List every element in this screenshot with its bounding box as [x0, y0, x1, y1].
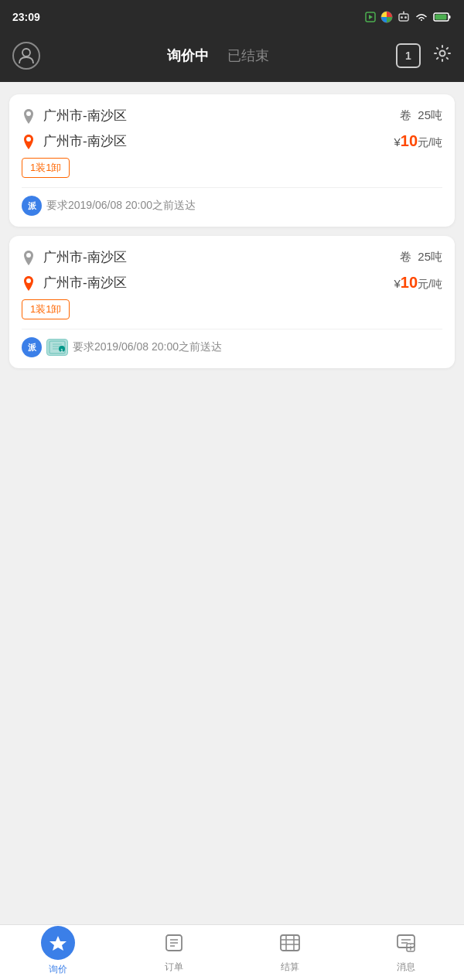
svg-point-15	[26, 253, 31, 258]
dispatch-badge-2: 派	[22, 337, 42, 357]
card2-to-location: 广州市-南沙区	[22, 274, 127, 292]
svg-rect-28	[281, 935, 299, 951]
to-pin-icon	[22, 133, 36, 150]
billing-nav-icon	[272, 928, 308, 958]
robot-icon	[397, 11, 410, 23]
order-nav-label: 订单	[165, 961, 183, 974]
svg-point-7	[403, 12, 404, 13]
nav-item-order[interactable]: 订单	[151, 928, 197, 974]
notification-badge-icon[interactable]: 1	[396, 43, 421, 68]
card1-dispatch-text: 要求2019/06/08 20:00之前送达	[46, 199, 196, 213]
nav-item-inquiry[interactable]: 询价	[35, 926, 81, 976]
svg-point-5	[404, 16, 407, 19]
status-bar-left: 23:09	[12, 11, 40, 23]
inquiry-nav-icon	[41, 926, 75, 960]
header: 询价中 已结束 1	[0, 34, 464, 82]
svg-point-12	[440, 51, 445, 56]
header-tabs: 询价中 已结束	[46, 46, 390, 65]
svg-point-16	[26, 278, 31, 283]
card2-tag: 1装1卸	[22, 299, 70, 319]
card1-from-text: 广州市-南沙区	[43, 107, 127, 125]
billing-nav-label: 结算	[281, 961, 299, 974]
bottom-nav: 询价 订单 结算	[0, 924, 464, 980]
card2-to-row: 广州市-南沙区 ¥10元/吨	[22, 274, 442, 292]
tab-inquiring[interactable]: 询价中	[167, 46, 209, 65]
card2-divider	[22, 329, 442, 330]
svg-point-13	[26, 111, 31, 116]
card1-from-location: 广州市-南沙区	[22, 107, 127, 125]
status-time: 23:09	[12, 11, 40, 23]
card1-to-location: 广州市-南沙区	[22, 132, 127, 150]
card1-divider	[22, 187, 442, 188]
card2-tag-row: 1装1卸	[22, 299, 442, 319]
card2-dispatch-row: 派 1 要求2019/06/08 20:00之前送达	[22, 337, 442, 357]
notification-card-icon: 1	[46, 339, 68, 356]
card2-from-text: 广州市-南沙区	[43, 248, 127, 266]
card2-dispatch-text: 要求2019/06/08 20:00之前送达	[73, 340, 222, 354]
battery-icon	[433, 12, 452, 22]
card1-to-text: 广州市-南沙区	[43, 132, 127, 150]
header-actions: 1	[396, 43, 452, 68]
svg-rect-10	[435, 15, 447, 20]
svg-point-4	[401, 16, 403, 19]
card2-price-info: ¥10元/吨	[394, 274, 442, 292]
to-pin-icon-2	[22, 275, 36, 292]
card1-cargo-info: 卷 25吨	[397, 108, 442, 123]
svg-point-11	[22, 49, 30, 56]
colorful-circle-icon	[380, 11, 393, 23]
dispatch-badge-1: 派	[22, 196, 42, 216]
play-icon	[365, 12, 376, 22]
wifi-icon	[415, 12, 428, 22]
nav-item-message[interactable]: i i 消息	[383, 928, 429, 974]
user-avatar-icon[interactable]	[12, 42, 40, 70]
message-nav-label: 消息	[397, 961, 415, 974]
main-content: 广州市-南沙区 卷 25吨 广州市-南沙区 ¥10元/吨	[0, 82, 464, 924]
svg-rect-33	[397, 935, 415, 948]
settings-gear-icon[interactable]	[433, 44, 452, 67]
status-bar-right	[365, 11, 452, 23]
card2-to-text: 广州市-南沙区	[43, 274, 127, 292]
from-pin-icon	[22, 108, 36, 125]
message-nav-icon: i i	[388, 928, 424, 958]
svg-marker-1	[369, 15, 373, 19]
svg-marker-23	[49, 936, 67, 951]
tab-ended[interactable]: 已结束	[227, 46, 269, 65]
svg-point-14	[26, 137, 31, 142]
card2-cargo-info: 卷 25吨	[397, 250, 442, 265]
card1-tag-row: 1装1卸	[22, 158, 442, 178]
card1-tag: 1装1卸	[22, 158, 70, 178]
order-nav-icon	[156, 928, 192, 958]
svg-rect-9	[449, 15, 451, 19]
inquiry-nav-label: 询价	[49, 963, 67, 976]
nav-item-billing[interactable]: 结算	[267, 928, 313, 974]
inquiry-card-2[interactable]: 广州市-南沙区 卷 25吨 广州市-南沙区 ¥10元/吨	[9, 236, 455, 368]
card2-from-location: 广州市-南沙区	[22, 248, 127, 266]
card2-from-row: 广州市-南沙区 卷 25吨	[22, 248, 442, 266]
inquiry-card-1[interactable]: 广州市-南沙区 卷 25吨 广州市-南沙区 ¥10元/吨	[9, 94, 455, 227]
card1-price-info: ¥10元/吨	[394, 132, 442, 150]
card1-to-row: 广州市-南沙区 ¥10元/吨	[22, 132, 442, 150]
svg-rect-3	[399, 14, 408, 21]
status-bar: 23:09	[0, 0, 464, 34]
card1-dispatch-row: 派 要求2019/06/08 20:00之前送达	[22, 196, 442, 216]
card1-from-row: 广州市-南沙区 卷 25吨	[22, 107, 442, 125]
svg-text:i: i	[410, 945, 411, 952]
from-pin-icon-2	[22, 249, 36, 266]
